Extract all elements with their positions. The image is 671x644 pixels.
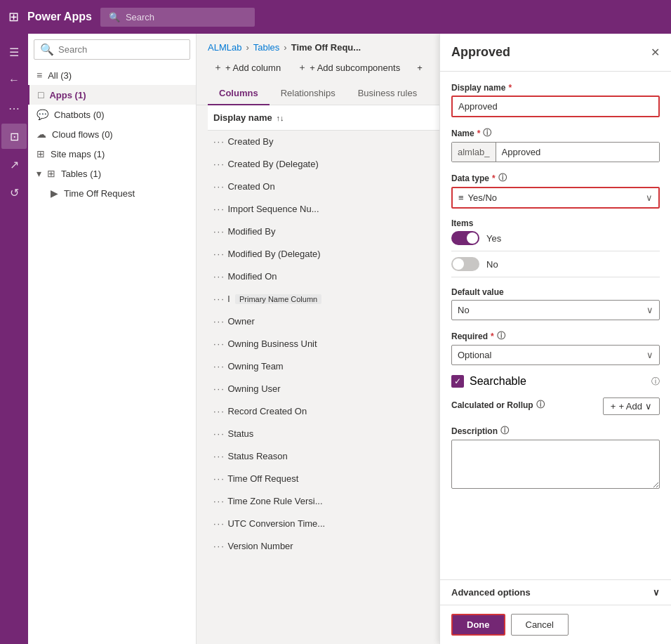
items-list: Yes No [451, 231, 660, 277]
dots[interactable]: ··· [213, 181, 225, 192]
panel-title: Approved [451, 45, 510, 60]
display-name-input[interactable] [451, 96, 660, 117]
display-name-field: Display name * [451, 83, 660, 117]
tables-icon: ⊞ [47, 168, 55, 179]
sidebar-search-input[interactable] [58, 44, 184, 55]
sidebar-item-apps[interactable]: □ Apps (1) [28, 85, 196, 105]
add-plus-icon: + [611, 401, 616, 412]
rail-dots-icon[interactable]: ⋯ [1, 96, 27, 121]
no-toggle[interactable] [451, 257, 479, 271]
yes-label: Yes [486, 233, 501, 244]
sidebar: 🔍 ≡ All (3) □ Apps (1) 💬 Chatbots (0) ☁ … [28, 34, 197, 644]
sidebar-search-icon: 🔍 [40, 43, 54, 56]
dots[interactable]: ··· [213, 249, 225, 259]
required-info-icon[interactable]: ⓘ [497, 330, 505, 342]
yes-toggle[interactable] [451, 231, 479, 245]
sidebar-item-site-maps[interactable]: ⊞ Site maps (1) [28, 144, 196, 164]
calc-label: Calculated or Rollup ⓘ [451, 399, 545, 411]
search-icon: 🔍 [109, 12, 120, 22]
dots[interactable]: ··· [213, 136, 225, 147]
add-column-icon: ＋ [213, 61, 222, 74]
dots[interactable]: ··· [213, 271, 225, 282]
dots[interactable]: ··· [213, 473, 225, 484]
all-icon: ≡ [36, 70, 42, 81]
rail-history-icon[interactable]: ↺ [1, 180, 27, 205]
grid-icon[interactable]: ⊞ [8, 9, 19, 25]
default-value-chevron: ∨ [646, 305, 653, 315]
name-field: Name * ⓘ almlab_ [451, 127, 660, 162]
tables-expand-icon: ▾ [36, 168, 41, 179]
sidebar-item-all[interactable]: ≡ All (3) [28, 65, 196, 85]
more-toolbar-button[interactable]: + [411, 60, 428, 76]
description-textarea[interactable] [451, 440, 660, 489]
description-label: Description ⓘ [451, 425, 660, 437]
sidebar-item-chatbots[interactable]: 💬 Chatbots (0) [28, 105, 196, 124]
advanced-options-section[interactable]: Advanced options ∨ [440, 579, 671, 605]
dots[interactable]: ··· [213, 204, 225, 214]
dots[interactable]: ··· [213, 451, 225, 461]
data-type-info-icon[interactable]: ⓘ [498, 172, 507, 184]
sort-icon: ↑↓ [276, 114, 284, 122]
dots[interactable]: ··· [213, 406, 225, 416]
done-button[interactable]: Done [451, 614, 505, 636]
required-select[interactable]: Optional ∨ [451, 345, 660, 365]
add-sub-icon: ＋ [298, 61, 307, 74]
breadcrumb-current: Time Off Requ... [291, 42, 361, 53]
sidebar-item-time-off-request[interactable]: ▶ Time Off Request [28, 183, 196, 203]
dots[interactable]: ··· [213, 518, 225, 529]
searchable-checkbox[interactable]: ✓ [451, 375, 464, 388]
dots[interactable]: ··· [213, 159, 225, 169]
add-subcomponents-button[interactable]: ＋ + Add subcomponents [292, 58, 406, 77]
breadcrumb-tables[interactable]: Tables [253, 42, 280, 53]
default-value-select[interactable]: No ∨ [451, 300, 660, 320]
main-layout: ☰ ← ⋯ ⊡ ↗ ↺ 🔍 ≡ All (3) □ Apps (1) 💬 Cha… [0, 34, 671, 644]
data-type-select[interactable]: ≡ Yes/No ∨ [451, 187, 660, 209]
dots[interactable]: ··· [213, 226, 225, 237]
advanced-options-label: Advanced options [451, 587, 531, 598]
searchable-info-icon[interactable]: ⓘ [651, 376, 660, 388]
panel-footer: Done Cancel [440, 605, 671, 644]
add-column-button[interactable]: ＋ + Add column [208, 58, 286, 77]
dots[interactable]: ··· [213, 316, 225, 327]
name-info-icon[interactable]: ⓘ [483, 127, 491, 139]
dots[interactable]: ··· [213, 541, 225, 551]
content-area: ALMLab › Tables › Time Off Requ... ＋ + A… [197, 34, 671, 644]
dots[interactable]: ··· [213, 339, 225, 349]
app-title: Power Apps [27, 11, 92, 23]
tab-columns[interactable]: Columns [208, 82, 270, 105]
panel-close-button[interactable]: ✕ [651, 46, 660, 59]
data-type-label: Data type * ⓘ [451, 172, 660, 184]
cancel-button[interactable]: Cancel [511, 614, 569, 636]
global-search[interactable]: 🔍 [100, 8, 255, 27]
yes-toggle-thumb [467, 232, 478, 244]
data-type-icon: ≡ [458, 192, 464, 203]
rail-menu-icon[interactable]: ☰ [1, 39, 27, 65]
rail-flows-icon[interactable]: ↗ [1, 152, 27, 177]
sidebar-item-tables[interactable]: ▾ ⊞ Tables (1) [28, 164, 196, 183]
name-required-star: * [477, 129, 481, 138]
name-input[interactable] [496, 143, 659, 162]
panel-header: Approved ✕ [440, 34, 671, 72]
search-input[interactable] [126, 12, 246, 22]
dots[interactable]: ··· [213, 428, 225, 439]
items-label: Items [451, 218, 660, 228]
rail-apps-icon[interactable]: ⊡ [1, 124, 27, 149]
dots[interactable]: ··· [213, 383, 225, 394]
calc-add-button[interactable]: + + Add ∨ [603, 397, 660, 415]
required-chevron: ∨ [646, 350, 653, 360]
calc-rollup-row: Calculated or Rollup ⓘ + + Add ∨ [451, 397, 660, 415]
tab-relationships[interactable]: Relationships [270, 82, 347, 105]
data-type-field: Data type * ⓘ ≡ Yes/No ∨ [451, 172, 660, 209]
dots[interactable]: ··· [213, 361, 225, 372]
dots[interactable]: ··· [213, 294, 225, 304]
breadcrumb-almlab[interactable]: ALMLab [208, 42, 241, 53]
required-star: * [508, 83, 512, 93]
sidebar-search-box[interactable]: 🔍 [34, 39, 190, 60]
tab-business-rules[interactable]: Business rules [347, 82, 429, 105]
sidebar-item-cloud-flows[interactable]: ☁ Cloud flows (0) [28, 124, 196, 144]
description-info-icon[interactable]: ⓘ [500, 425, 509, 437]
dots[interactable]: ··· [213, 496, 225, 506]
required-field-star: * [491, 331, 494, 341]
calc-info-icon[interactable]: ⓘ [536, 399, 545, 411]
rail-back-icon[interactable]: ← [1, 67, 27, 93]
